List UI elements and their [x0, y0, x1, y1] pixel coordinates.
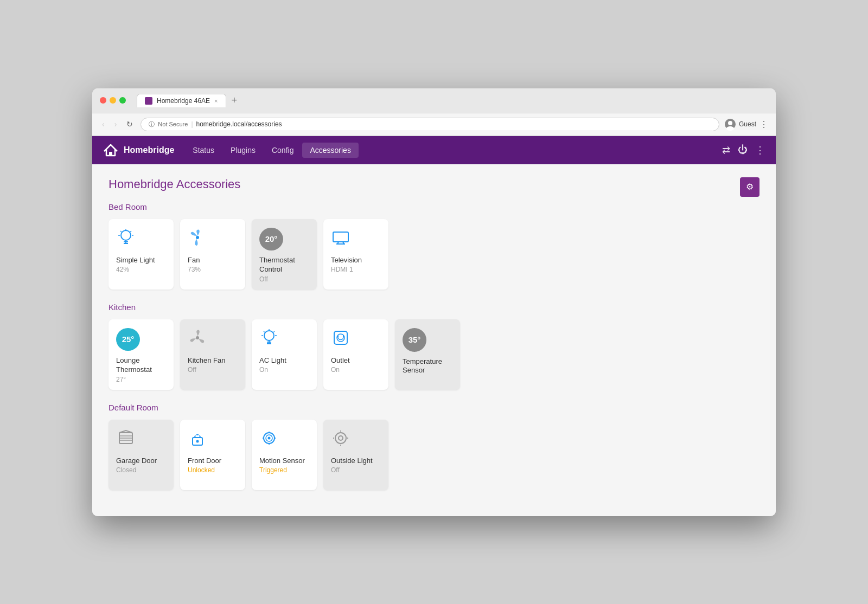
card-thermostat-control[interactable]: 20° Thermostat Control Off [252, 219, 317, 290]
section-kitchen: Kitchen 25° Lounge Thermostat 27° [108, 303, 760, 390]
nav-plugins[interactable]: Plugins [223, 143, 263, 158]
settings-fab-button[interactable]: ⚙ [740, 177, 760, 197]
television-name: Television [331, 256, 362, 265]
address-bar: ‹ › ↻ ⓘ Not Secure | homebridge.local/ac… [92, 113, 776, 136]
motion-sensor-icon [259, 428, 279, 450]
svg-line-24 [273, 331, 275, 332]
gear-icon: ⚙ [746, 182, 754, 192]
tab-bar: Homebridge 46AE × + [137, 94, 768, 107]
svg-rect-3 [109, 152, 112, 156]
nav-status[interactable]: Status [185, 143, 222, 158]
bedroom-title: Bed Room [108, 202, 760, 211]
browser-more-button[interactable]: ⋮ [760, 119, 768, 130]
section-bedroom: Bed Room [108, 202, 760, 290]
section-default-room: Default Room Ga [108, 403, 760, 490]
outlet-icon [331, 328, 350, 350]
svg-point-40 [268, 436, 271, 439]
user-icon [725, 119, 736, 130]
card-lounge-thermostat[interactable]: 25° Lounge Thermostat 27° [108, 319, 174, 390]
terminal-icon[interactable]: ⇄ [722, 144, 730, 156]
minimize-traffic-light[interactable] [110, 97, 116, 104]
default-room-cards: Garage Door Closed Front Door [108, 420, 760, 490]
maximize-traffic-light[interactable] [119, 97, 126, 104]
outlet-name: Outlet [331, 356, 350, 365]
card-fan[interactable]: Fan 73% [180, 219, 245, 290]
garage-icon [116, 428, 136, 450]
fan-icon [188, 228, 207, 249]
power-icon[interactable]: ⏻ [738, 144, 748, 156]
kitchen-fan-icon [188, 328, 207, 350]
svg-point-4 [121, 230, 131, 240]
not-secure-label: Not Secure [158, 121, 188, 127]
card-television[interactable]: Television HDMI 1 [323, 219, 388, 290]
card-ac-light[interactable]: AC Light On [252, 319, 317, 390]
svg-line-26 [264, 331, 265, 332]
temperature-sensor-bubble: 35° [403, 328, 426, 352]
app: Homebridge Status Plugins Config Accesso… [92, 136, 776, 516]
url-text: homebridge.local/accessories [196, 120, 282, 128]
card-temperature-sensor[interactable]: 35° Temperature Sensor [395, 319, 460, 390]
kitchen-title: Kitchen [108, 303, 760, 312]
page-title: Homebridge Accessories [108, 177, 240, 191]
garage-door-name: Garage Door [116, 457, 157, 466]
svg-point-37 [196, 440, 199, 442]
user-label: Guest [739, 120, 756, 128]
card-motion-sensor[interactable]: Motion Sensor Triggered [252, 420, 317, 490]
back-button[interactable]: ‹ [100, 119, 107, 130]
garage-door-status: Closed [116, 466, 136, 474]
ac-light-icon [259, 328, 279, 350]
content: Homebridge Accessories ⚙ Bed Room [92, 164, 776, 516]
card-garage-door[interactable]: Garage Door Closed [108, 420, 174, 490]
svg-point-19 [264, 331, 274, 340]
default-room-title: Default Room [108, 403, 760, 412]
simple-light-status: 42% [116, 266, 129, 273]
browser-tab[interactable]: Homebridge 46AE × [137, 94, 226, 107]
nav-more-button[interactable]: ⋮ [755, 144, 765, 156]
bedroom-cards: Simple Light 42% F [108, 219, 760, 290]
svg-point-46 [339, 436, 343, 440]
card-kitchen-fan[interactable]: Kitchen Fan Off [180, 319, 245, 390]
svg-line-11 [120, 231, 122, 232]
svg-point-13 [196, 236, 199, 239]
nav-actions: ⇄ ⏻ ⋮ [722, 144, 765, 156]
card-front-door[interactable]: Front Door Unlocked [180, 420, 245, 490]
browser-window: Homebridge 46AE × + ‹ › ↻ ⓘ Not Secure |… [92, 88, 776, 516]
user-area: Guest ⋮ [725, 119, 768, 130]
brand-label: Homebridge [124, 145, 174, 155]
tv-icon [331, 228, 350, 249]
card-simple-light[interactable]: Simple Light 42% [108, 219, 174, 290]
new-tab-button[interactable]: + [232, 95, 238, 106]
nav-accessories[interactable]: Accessories [302, 143, 358, 158]
tab-close-button[interactable]: × [214, 98, 218, 104]
thermostat-bubble: 20° [259, 228, 283, 250]
television-status: HDMI 1 [331, 266, 353, 273]
ac-light-name: AC Light [259, 356, 286, 365]
tab-title: Homebridge 46AE [157, 97, 210, 105]
card-outside-light[interactable]: Outside Light Off [323, 420, 388, 490]
outside-light-name: Outside Light [331, 457, 373, 466]
svg-point-1 [728, 121, 732, 125]
outside-light-icon [331, 428, 350, 450]
svg-line-9 [130, 231, 131, 232]
lock-icon [188, 428, 207, 450]
lounge-thermostat-bubble: 25° [116, 328, 140, 351]
outside-light-status: Off [331, 466, 340, 474]
traffic-lights [100, 97, 126, 104]
brand: Homebridge [103, 143, 174, 158]
url-bar[interactable]: ⓘ Not Secure | homebridge.local/accessor… [141, 118, 719, 131]
svg-point-18 [196, 336, 199, 339]
nav-links: Status Plugins Config Accessories [185, 143, 722, 158]
motion-sensor-name: Motion Sensor [259, 457, 305, 466]
page-header: Homebridge Accessories ⚙ [108, 177, 760, 202]
kitchen-fan-status: Off [188, 366, 196, 374]
forward-button[interactable]: › [112, 119, 119, 130]
card-outlet[interactable]: Outlet On [323, 319, 388, 390]
close-traffic-light[interactable] [100, 97, 106, 104]
refresh-button[interactable]: ↻ [124, 119, 135, 130]
thermostat-control-status: Off [259, 275, 268, 283]
svg-rect-14 [333, 232, 348, 242]
nav-config[interactable]: Config [264, 143, 301, 158]
motion-sensor-status: Triggered [259, 466, 287, 474]
lock-icon: ⓘ [149, 120, 155, 128]
svg-rect-28 [334, 331, 347, 344]
